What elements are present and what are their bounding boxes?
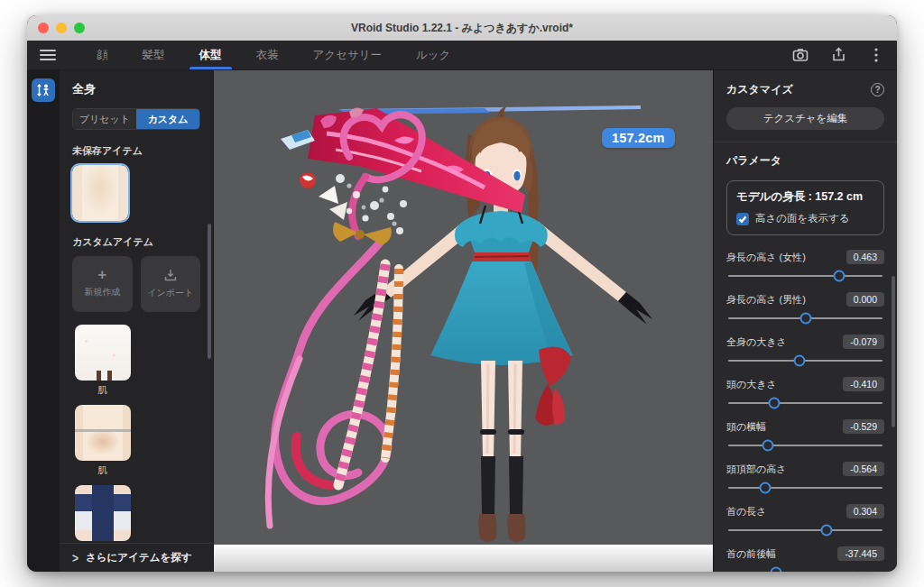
slider-knob[interactable] — [760, 482, 772, 494]
checkbox-checked-icon[interactable] — [736, 213, 749, 225]
slider-track[interactable] — [728, 445, 882, 446]
edit-texture-button[interactable]: テクスチャを編集 — [726, 107, 884, 130]
slider-value: 0.000 — [846, 292, 884, 307]
slider-label: 頭頂部の高さ — [726, 463, 787, 476]
slider-track[interactable] — [728, 402, 882, 404]
slider-value: -0.529 — [843, 419, 884, 434]
slider-track[interactable] — [728, 360, 882, 362]
parameter-slider: 身長の高さ (女性) 0.463 — [726, 250, 884, 277]
slider-track[interactable] — [728, 275, 882, 277]
item-cell: 肌 — [72, 485, 133, 543]
slider-label: 頭の大きさ — [726, 378, 777, 391]
custom-items-label: カスタムアイテム — [72, 235, 200, 249]
import-icon — [164, 269, 177, 281]
item-grid: 肌 肌 肌 — [72, 325, 200, 543]
slider-label: 頭の横幅 — [726, 420, 766, 434]
item-thumbnail[interactable] — [75, 405, 131, 461]
main-area: 全身 プリセット カスタム 未保存アイテム カスタムアイテム + 新規作成 イン… — [27, 70, 897, 572]
slider-label: 身長の高さ (男性) — [726, 293, 806, 307]
mode-tab[interactable]: 髪型 — [125, 41, 182, 69]
slider-label: 全身の大きさ — [726, 335, 787, 349]
window-title: VRoid Studio 1.22.1 - みよつきあすか.vroid* — [27, 21, 897, 36]
item-cell: 肌 — [72, 325, 133, 397]
mode-tab[interactable]: アクセサリー — [296, 41, 399, 69]
parameter-slider: 頭の横幅 -0.529 — [726, 419, 884, 446]
main-toolbar: 顔 髪型 体型 衣装 アクセサリー ルック — [27, 41, 897, 70]
height-badge: 157.2cm — [602, 128, 675, 148]
slider-list: 身長の高さ (女性) 0.463 身長の高さ (男性) 0.000 — [726, 250, 884, 572]
parameter-slider: 首の前後幅 -37.445 — [726, 546, 884, 572]
slider-knob[interactable] — [821, 525, 833, 537]
slider-track[interactable] — [728, 487, 882, 489]
parameter-slider: 頭頂部の高さ -0.564 — [726, 462, 884, 489]
slider-value: -37.445 — [837, 546, 884, 561]
slider-label: 首の長さ — [726, 505, 767, 518]
create-new-button[interactable]: + 新規作成 — [72, 256, 133, 312]
item-thumbnail[interactable] — [75, 325, 131, 381]
parameters-title: パラメータ — [726, 153, 884, 169]
item-label: 肌 — [97, 464, 107, 477]
sidebar-scroll-area[interactable]: 全身 プリセット カスタム 未保存アイテム カスタムアイテム + 新規作成 イン… — [60, 70, 213, 543]
slider-value: -0.079 — [843, 335, 884, 349]
slider-label: 身長の高さ (女性) — [726, 251, 806, 264]
mode-tab[interactable]: 体型 — [182, 41, 239, 69]
parameter-slider: 首の長さ 0.304 — [726, 504, 884, 531]
panel-title: カスタマイズ — [726, 82, 793, 97]
find-more-items-link[interactable]: > さらにアイテムを探す — [60, 543, 213, 572]
slider-knob[interactable] — [799, 313, 811, 325]
chevron-right-icon: > — [72, 550, 79, 565]
item-sidebar: 全身 プリセット カスタム 未保存アイテム カスタムアイテム + 新規作成 イン… — [60, 70, 214, 572]
viewport-3d[interactable]: 157.2cm — [214, 70, 713, 572]
slider-track[interactable] — [728, 317, 882, 319]
viewport-floor — [214, 545, 713, 572]
kebab-menu-icon[interactable] — [868, 47, 884, 63]
hamburger-menu-icon[interactable] — [40, 47, 56, 63]
back-ribbon-bow — [535, 346, 571, 426]
slider-knob[interactable] — [834, 271, 845, 282]
plus-icon: + — [97, 270, 106, 280]
slider-value: 0.304 — [846, 504, 884, 518]
item-thumbnail[interactable] — [75, 485, 131, 541]
tab-custom[interactable]: カスタム — [136, 109, 199, 129]
slider-knob[interactable] — [793, 355, 805, 367]
divider — [714, 142, 897, 142]
tab-preset[interactable]: プリセット — [73, 109, 136, 129]
unsaved-items-label: 未保存アイテム — [72, 144, 200, 158]
model-height-box: モデルの身長 : 157.2 cm 高さの面を表示する — [726, 180, 884, 235]
mode-tab[interactable]: 衣装 — [239, 41, 296, 69]
parameter-slider: 身長の高さ (男性) 0.000 — [726, 292, 884, 319]
mode-tabs: 顔 髪型 体型 衣装 アクセサリー ルック — [79, 41, 467, 69]
unsaved-item-thumbnail[interactable] — [72, 165, 128, 221]
help-icon[interactable]: ? — [871, 83, 884, 96]
sidebar-scrollbar[interactable] — [208, 224, 211, 359]
custom-item-actions: + 新規作成 インポート — [72, 256, 200, 312]
body-category-button[interactable] — [32, 78, 55, 102]
slider-value: -0.410 — [843, 377, 884, 391]
preset-custom-segmented: プリセット カスタム — [72, 108, 200, 130]
slider-value: -0.564 — [843, 462, 884, 476]
share-export-icon[interactable] — [830, 47, 846, 63]
customize-panel: カスタマイズ ? テクスチャを編集 パラメータ モデルの身長 : 157.2 c… — [713, 70, 897, 572]
toolbar-right — [792, 41, 884, 69]
item-cell: 肌 — [72, 405, 133, 477]
titlebar[interactable]: VRoid Studio 1.22.1 - みよつきあすか.vroid* — [27, 15, 897, 41]
camera-icon[interactable] — [792, 47, 808, 63]
import-button[interactable]: インポート — [141, 256, 201, 312]
sidebar-title: 全身 — [72, 81, 200, 97]
app-window: VRoid Studio 1.22.1 - みよつきあすか.vroid* 顔 髪… — [27, 15, 897, 572]
slider-track[interactable] — [728, 529, 882, 531]
mode-tab[interactable]: ルック — [399, 41, 467, 69]
left-rail — [27, 70, 60, 572]
show-height-plane-row[interactable]: 高さの面を表示する — [736, 212, 874, 225]
model-height-label: モデルの身長 : 157.2 cm — [736, 189, 874, 205]
slider-knob[interactable] — [762, 440, 774, 452]
panel-scrollbar[interactable] — [892, 276, 895, 427]
slider-knob[interactable] — [771, 567, 782, 573]
slider-label: 首の前後幅 — [726, 547, 776, 561]
parameter-slider: 頭の大きさ -0.410 — [726, 377, 884, 404]
mode-tab[interactable]: 顔 — [79, 41, 125, 69]
body-height-icon — [35, 82, 51, 98]
slider-value: 0.463 — [846, 250, 884, 264]
parameter-slider: 全身の大きさ -0.079 — [726, 335, 884, 362]
slider-knob[interactable] — [769, 398, 781, 409]
